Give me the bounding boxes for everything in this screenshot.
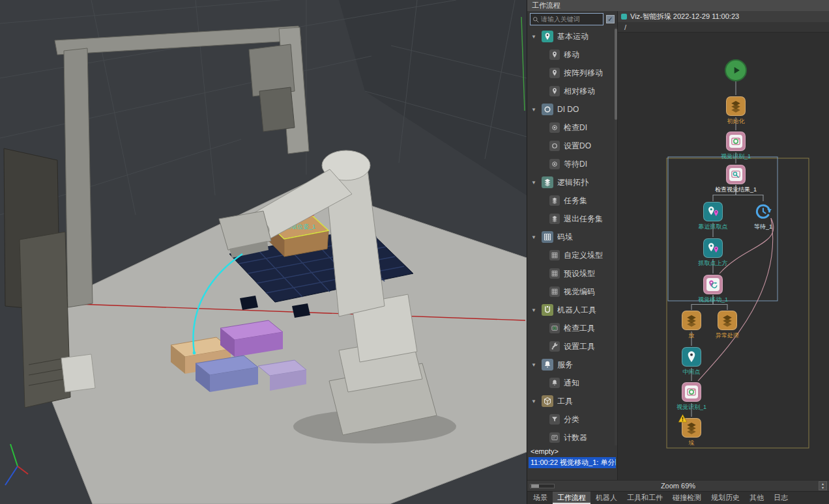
- tab-0[interactable]: 场景: [529, 492, 552, 504]
- workflow-canvas[interactable]: 初始化视觉识别_1检查视觉结果_1靠近抓取点等待_1抓取点上方视觉移动_1放异常…: [618, 33, 829, 480]
- node-above[interactable]: [703, 238, 723, 258]
- tree-category[interactable]: ▼码垛: [527, 228, 617, 246]
- node-inner-panel: [685, 385, 698, 399]
- node-mid[interactable]: [682, 347, 701, 367]
- tree-scrollbar[interactable]: [615, 27, 617, 445]
- zoom-slider-thumb[interactable]: [531, 484, 539, 488]
- collapse-arrow-icon[interactable]: ▼: [531, 180, 538, 186]
- zoom-spinner[interactable]: ▴▾: [819, 481, 827, 490]
- wait-icon: [754, 203, 772, 221]
- camera-icon: [686, 386, 697, 398]
- node-wait[interactable]: [753, 202, 773, 221]
- tree-category[interactable]: ▼逻辑拓扑: [527, 173, 617, 191]
- item-icon-wrap: [549, 287, 560, 297]
- tree-item[interactable]: 设置DO: [527, 137, 617, 155]
- search-icon: [532, 16, 540, 23]
- tree-item[interactable]: 按阵列移动: [527, 64, 617, 82]
- tree-item[interactable]: 任务集: [527, 191, 617, 210]
- tree-item-label: 分类: [564, 414, 579, 425]
- group-frame-1[interactable]: [668, 157, 778, 301]
- tab-6[interactable]: 其他: [745, 492, 768, 504]
- category-icon-wrap: [542, 104, 553, 115]
- node-except[interactable]: [718, 311, 737, 330]
- tab-4[interactable]: 碰撞检测: [668, 492, 706, 504]
- tree-item[interactable]: 视觉编码: [527, 283, 617, 301]
- tree-category[interactable]: ▼机器人工具: [527, 301, 617, 319]
- vision-check-icon: [730, 169, 742, 180]
- tree-item[interactable]: 通知: [527, 374, 617, 392]
- play-icon: [729, 63, 743, 77]
- workflow-title-bar: Viz-智能拆垛 2022-12-29 11:00:23: [618, 11, 829, 22]
- tree-item[interactable]: 相对移动: [527, 82, 617, 100]
- tree-category[interactable]: ▼DI DO: [527, 100, 617, 119]
- collapse-arrow-icon[interactable]: ▼: [531, 362, 538, 368]
- item-icon-wrap: [549, 414, 560, 425]
- node-stack[interactable]: [682, 418, 701, 438]
- category-icon-wrap: [542, 231, 553, 243]
- tree-item[interactable]: 自定义垛型: [527, 246, 617, 264]
- pins-icon: [706, 241, 720, 255]
- tree-item-label: 设置工具: [564, 341, 595, 352]
- tree-item-label: 任务集: [564, 195, 587, 206]
- tab-3[interactable]: 工具和工件: [622, 492, 667, 504]
- app-root: 拆垛抓取点 抓取位姿_1: [0, 0, 829, 504]
- node-vision1[interactable]: [726, 132, 746, 151]
- item-icon-wrap: [549, 214, 560, 224]
- tree-item[interactable]: 退出任务集: [527, 210, 617, 228]
- search-box[interactable]: [530, 13, 604, 25]
- layers-icon: [551, 197, 559, 204]
- tree-item[interactable]: 预设垛型: [527, 264, 617, 283]
- tab-5[interactable]: 规划历史: [706, 492, 744, 504]
- collapse-arrow-icon[interactable]: ▼: [531, 234, 538, 240]
- tree-item[interactable]: 计数器: [527, 428, 617, 445]
- filter-checkbox[interactable]: ✓: [606, 15, 615, 23]
- node-init[interactable]: [726, 96, 746, 116]
- collapse-arrow-icon[interactable]: ▼: [531, 34, 538, 40]
- tree-category[interactable]: ▼基本运动: [527, 27, 617, 46]
- tree-scrollbar-thumb[interactable]: [615, 29, 617, 120]
- item-icon-wrap: [549, 49, 560, 60]
- tree-item[interactable]: 设置工具: [527, 337, 617, 356]
- node-approach[interactable]: [703, 202, 723, 221]
- dot-icon: [551, 124, 559, 132]
- node-start[interactable]: [725, 59, 747, 81]
- cube-icon: [543, 397, 552, 406]
- tree-category[interactable]: ▼工具: [527, 392, 617, 410]
- tree-item[interactable]: 检查DI: [527, 119, 617, 137]
- node-vmove[interactable]: [703, 275, 723, 294]
- tree-item-label: 预设垛型: [564, 268, 595, 279]
- tab-7[interactable]: 日志: [769, 492, 793, 504]
- tree-item[interactable]: 移动: [527, 46, 617, 64]
- tab-1[interactable]: 工作流程: [553, 492, 590, 504]
- collapse-arrow-icon[interactable]: ▼: [531, 399, 538, 404]
- edge-check-wait: [736, 185, 763, 201]
- 3d-viewport[interactable]: 拆垛抓取点 抓取位姿_1: [0, 0, 527, 504]
- tree-item-label: 等待DI: [564, 159, 587, 170]
- node-place[interactable]: [682, 311, 701, 330]
- node-vision2[interactable]: [682, 382, 701, 402]
- search-input[interactable]: [541, 16, 602, 23]
- tree-item-label: 设置DO: [564, 141, 591, 152]
- tree-item[interactable]: 分类: [527, 410, 617, 428]
- warning-badge: [678, 413, 688, 423]
- collapse-arrow-icon[interactable]: ▼: [531, 307, 538, 313]
- zoom-slider[interactable]: [530, 484, 555, 488]
- tree-category-label: 码垛: [557, 232, 573, 243]
- step-library-panel: ✓ ▼基本运动移动按阵列移动相对移动▼DI DO检查DI设置DO等待DI▼逻辑拓…: [527, 11, 618, 480]
- tab-2[interactable]: 机器人: [591, 492, 622, 504]
- tree-category[interactable]: ▼服务: [527, 356, 617, 374]
- category-icon-wrap: [542, 395, 553, 407]
- layers-icon: [720, 313, 734, 328]
- camera-icon: [730, 135, 742, 147]
- group-frame-0[interactable]: [667, 158, 809, 448]
- tree-item[interactable]: 等待DI: [527, 155, 617, 173]
- node-inner-panel: [729, 135, 742, 148]
- bottom-tab-bar: 场景工作流程机器人工具和工件碰撞检测规划历史其他日志: [527, 491, 829, 504]
- node-check[interactable]: [726, 165, 746, 184]
- collapse-arrow-icon[interactable]: ▼: [531, 107, 538, 113]
- tree-item[interactable]: 检查工具: [527, 319, 617, 337]
- tree-item-label: 视觉编码: [564, 287, 595, 298]
- library-footer: <empty> 11:00:22 视觉移动_1: 单分区方形: [527, 445, 617, 480]
- camera-icon: [551, 324, 559, 332]
- pin-icon: [551, 69, 559, 77]
